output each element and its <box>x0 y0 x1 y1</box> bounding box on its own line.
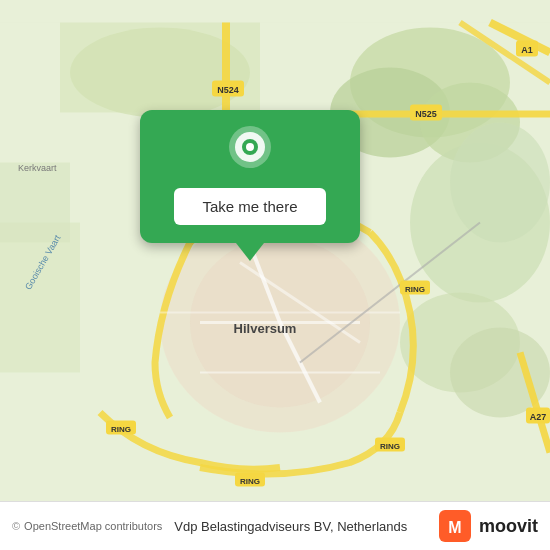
svg-text:N524: N524 <box>217 85 239 95</box>
copyright-icon: © <box>12 520 20 532</box>
svg-text:A1: A1 <box>521 45 533 55</box>
svg-text:RING: RING <box>240 477 260 486</box>
take-me-there-button[interactable]: Take me there <box>174 188 325 225</box>
svg-rect-10 <box>0 223 80 373</box>
map-container: N524 N525 A1 A27 RING RING RING RING Goo… <box>0 0 550 550</box>
svg-text:Kerkvaart: Kerkvaart <box>18 163 57 173</box>
svg-text:N525: N525 <box>415 109 437 119</box>
svg-text:RING: RING <box>380 442 400 451</box>
attribution-text: OpenStreetMap contributors <box>24 520 162 532</box>
svg-text:RING: RING <box>111 425 131 434</box>
svg-point-48 <box>246 143 254 151</box>
svg-text:A27: A27 <box>530 412 547 422</box>
location-name: Vdp Belastingadviseurs BV, Netherlands <box>174 519 407 534</box>
svg-text:RING: RING <box>405 285 425 294</box>
moovit-label: moovit <box>479 516 538 537</box>
svg-text:M: M <box>448 519 461 536</box>
svg-text:Hilversum: Hilversum <box>234 321 297 336</box>
map-background: N524 N525 A1 A27 RING RING RING RING Goo… <box>0 0 550 550</box>
moovit-icon: M <box>439 510 471 542</box>
popup-card-arrow <box>236 243 264 261</box>
attribution-area: © OpenStreetMap contributors Vdp Belasti… <box>12 519 407 534</box>
pin-icon-container <box>229 126 271 180</box>
svg-rect-11 <box>0 163 70 243</box>
popup-card: Take me there <box>140 110 360 243</box>
moovit-logo: M moovit <box>439 510 538 542</box>
location-pin-icon <box>229 126 271 176</box>
svg-point-7 <box>450 123 550 243</box>
bottom-bar: © OpenStreetMap contributors Vdp Belasti… <box>0 501 550 550</box>
